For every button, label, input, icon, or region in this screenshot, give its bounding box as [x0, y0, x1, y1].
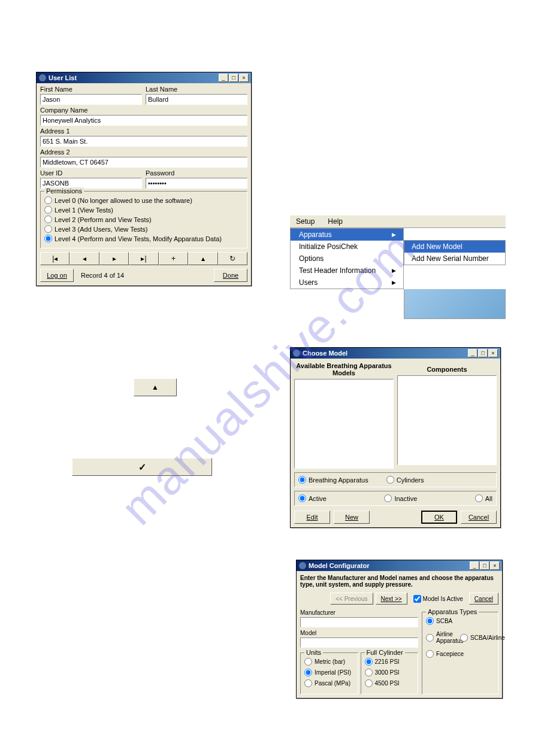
- radio-label: SCBA/Airline: [470, 634, 505, 641]
- dropdown: Apparatus▶Initialize PosiChekOptionsTest…: [290, 228, 404, 289]
- log-on-button[interactable]: Log on: [40, 269, 74, 282]
- cyl-option[interactable]: 2216 PSI: [365, 658, 415, 666]
- permission-radio[interactable]: [44, 225, 52, 233]
- radio-input[interactable]: [475, 494, 483, 502]
- app-icon: [39, 74, 46, 81]
- close-button[interactable]: ×: [490, 561, 500, 570]
- state-option[interactable]: Active: [298, 494, 327, 502]
- apparatus-type-option[interactable]: Facepiece: [426, 650, 494, 658]
- apparatus-type-option[interactable]: SCBA: [426, 617, 494, 625]
- radio-input[interactable]: [365, 669, 373, 676]
- permission-level-3[interactable]: Level 3 (Add Users, View Tests): [44, 225, 243, 233]
- menu-help[interactable]: Help: [324, 217, 346, 226]
- type-option[interactable]: Cylinders: [386, 476, 424, 484]
- cyl-option[interactable]: 4500 PSI: [365, 679, 415, 687]
- cancel-button[interactable]: Cancel: [461, 511, 497, 524]
- radio-input[interactable]: [386, 476, 394, 484]
- edit-button[interactable]: Edit: [294, 511, 330, 524]
- units-option[interactable]: Imperial (PSI): [304, 669, 354, 676]
- permission-radio[interactable]: [44, 206, 52, 214]
- submenu-item[interactable]: Add New Model: [404, 241, 505, 253]
- radio-input[interactable]: [304, 679, 312, 687]
- maximize-button[interactable]: □: [480, 561, 489, 570]
- first-name-input[interactable]: Jason: [40, 94, 142, 105]
- radio-input[interactable]: [460, 634, 468, 642]
- address2-input[interactable]: Middletown, CT 06457: [40, 157, 247, 168]
- radio-input[interactable]: [365, 658, 373, 666]
- first-record-button[interactable]: |◂: [40, 252, 69, 265]
- maximize-button[interactable]: □: [478, 349, 488, 357]
- menu-item-label: Apparatus: [299, 230, 332, 239]
- password-input[interactable]: ••••••••: [146, 178, 247, 189]
- permission-level-4[interactable]: Level 4 (Perform and View Tests, Modify …: [44, 235, 243, 242]
- maximize-button[interactable]: □: [229, 74, 238, 82]
- manufacturer-input[interactable]: [300, 617, 418, 627]
- checkmark-button[interactable]: ✓: [72, 458, 212, 476]
- radio-input[interactable]: [426, 634, 434, 642]
- permission-level-0[interactable]: Level 0 (No longer allowed to use the so…: [44, 196, 243, 204]
- type-option[interactable]: Breathing Apparatus: [298, 476, 368, 484]
- menu-item[interactable]: Users▶: [291, 277, 403, 289]
- close-button[interactable]: ×: [239, 74, 249, 82]
- units-group: Units Metric (bar)Imperial (PSI)Pascal (…: [300, 652, 358, 694]
- state-option[interactable]: Inactive: [384, 494, 417, 502]
- refresh-button[interactable]: ↻: [218, 252, 247, 265]
- menu-item[interactable]: Test Header Information▶: [291, 265, 403, 277]
- title: Model Configurator: [309, 562, 470, 569]
- radio-input[interactable]: [298, 494, 306, 502]
- model-input[interactable]: [300, 637, 418, 648]
- radio-input[interactable]: [426, 650, 434, 658]
- models-listbox[interactable]: [294, 379, 394, 469]
- address1-input[interactable]: 651 S. Main St.: [40, 136, 247, 147]
- minimize-button[interactable]: _: [219, 74, 228, 82]
- minimize-button[interactable]: _: [468, 349, 477, 357]
- apparatus-type-option[interactable]: Airline Apparatus: [426, 631, 460, 644]
- permission-level-2[interactable]: Level 2 (Perform and View Tests): [44, 215, 243, 223]
- permission-radio[interactable]: [44, 235, 52, 242]
- radio-input[interactable]: [426, 617, 434, 625]
- menu-item[interactable]: Initialize PosiChek: [291, 241, 403, 253]
- next-button[interactable]: Next >>: [376, 593, 407, 605]
- radio-input[interactable]: [365, 679, 373, 687]
- units-option[interactable]: Metric (bar): [304, 658, 354, 666]
- previous-button[interactable]: << Previous: [330, 593, 373, 605]
- ok-button[interactable]: OK: [421, 511, 457, 524]
- last-name-input[interactable]: Bullard: [146, 94, 247, 105]
- permission-level-1[interactable]: Level 1 (View Tests): [44, 206, 243, 214]
- apparatus-types-legend: Apparatus Types: [426, 608, 479, 615]
- app-icon: [299, 562, 306, 569]
- minimize-button[interactable]: _: [470, 561, 479, 570]
- model-active-input[interactable]: [413, 595, 421, 603]
- radio-input[interactable]: [384, 494, 392, 502]
- menu-setup[interactable]: Setup: [292, 217, 318, 226]
- prev-record-button[interactable]: ◂: [69, 252, 99, 265]
- menu-item[interactable]: Apparatus▶: [291, 229, 403, 241]
- menu-item[interactable]: Options: [291, 253, 403, 265]
- radio-input[interactable]: [304, 658, 312, 666]
- menu-item-label: Users: [299, 278, 318, 287]
- up-button[interactable]: ▴: [188, 252, 217, 265]
- apparatus-type-option[interactable]: SCBA/Airline: [460, 631, 494, 644]
- radio-input[interactable]: [298, 476, 306, 484]
- add-record-button[interactable]: +: [159, 252, 188, 265]
- radio-label: 4500 PSI: [375, 680, 400, 687]
- units-option[interactable]: Pascal (MPa): [304, 679, 354, 687]
- cyl-option[interactable]: 3000 PSI: [365, 669, 415, 676]
- last-record-button[interactable]: ▸|: [129, 252, 158, 265]
- model-active-checkbox[interactable]: Model Is Active: [413, 595, 463, 603]
- new-button[interactable]: New: [334, 511, 370, 524]
- permission-radio[interactable]: [44, 196, 52, 204]
- submenu-item[interactable]: Add New Serial Number: [404, 253, 505, 265]
- radio-input[interactable]: [304, 669, 312, 676]
- type-filter-row: Breathing ApparatusCylinders: [294, 472, 497, 487]
- arrow-up-button[interactable]: ▲: [134, 378, 177, 396]
- permission-radio[interactable]: [44, 215, 52, 223]
- components-listbox[interactable]: [397, 375, 497, 465]
- next-record-button[interactable]: ▸: [99, 252, 129, 265]
- close-button[interactable]: ×: [488, 349, 498, 357]
- company-name-input[interactable]: Honeywell Analytics: [40, 115, 247, 126]
- cancel-button[interactable]: Cancel: [469, 593, 498, 605]
- done-button[interactable]: Done: [214, 269, 247, 282]
- state-option[interactable]: All: [475, 494, 492, 502]
- check-icon: ✓: [138, 462, 146, 473]
